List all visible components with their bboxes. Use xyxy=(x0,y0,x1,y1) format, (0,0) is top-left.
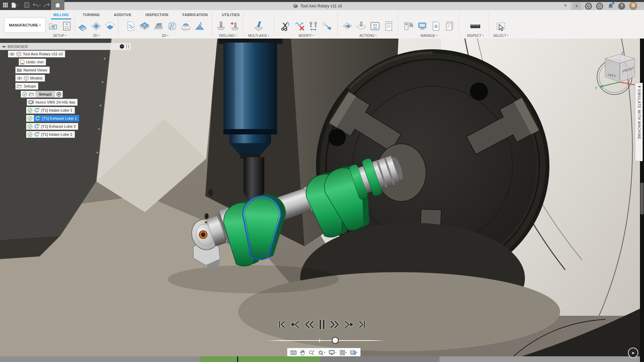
simulate-icon[interactable] xyxy=(342,20,353,32)
group-label-multiaxis[interactable]: MULTI-AXIS▾ xyxy=(247,33,270,38)
post-process-icon[interactable] xyxy=(356,20,367,32)
collapse-panel-icon[interactable]: ◀◀ xyxy=(2,45,5,48)
recent-activity-icon[interactable] xyxy=(596,3,603,10)
tree-label[interactable]: Hurco VMX 24 HSi 4ax xyxy=(36,100,75,104)
tree-label[interactable]: Named Views xyxy=(23,68,47,72)
avatar[interactable] xyxy=(629,2,637,10)
tree-row-op-intake2[interactable]: [T1] Intake Lobe 2 xyxy=(0,130,131,138)
group-label-setup[interactable]: SETUP▾ xyxy=(47,33,72,38)
tree-row-setup1[interactable]: Setup1 xyxy=(0,90,131,98)
group-label-2d[interactable]: 2D▾ xyxy=(76,33,116,38)
group-label-actions[interactable]: ACTIONS▾ xyxy=(340,33,396,38)
tab-milling[interactable]: MILLING xyxy=(46,10,76,19)
job-status-icon[interactable] xyxy=(585,3,592,10)
grid-settings-icon[interactable]: ▾ xyxy=(339,350,348,355)
step-back-button[interactable] xyxy=(304,320,314,329)
tree-row-units[interactable]: Units: mm xyxy=(0,58,131,66)
undo-icon[interactable]: ▾ xyxy=(33,1,41,9)
setup-sheet-icon[interactable] xyxy=(383,20,394,32)
3d-pocket-icon[interactable] xyxy=(153,20,164,32)
visibility-eye-icon[interactable] xyxy=(17,76,22,80)
browser-minimize-icon[interactable]: − xyxy=(120,44,124,49)
collapsed-icon[interactable] xyxy=(21,109,26,112)
scrollbar-thumb[interactable] xyxy=(640,183,644,215)
trim-toolpath-icon[interactable] xyxy=(280,20,291,32)
app-grid-icon[interactable] xyxy=(3,1,8,9)
panel-grip[interactable] xyxy=(126,44,129,49)
tree-label[interactable]: Tool Axis Rotary v11 v3 xyxy=(23,52,63,56)
visibility-eye-icon[interactable] xyxy=(9,52,15,56)
collapsed-icon[interactable] xyxy=(11,68,15,72)
active-setup-target-icon[interactable] xyxy=(56,92,61,97)
tree-label[interactable]: Setup1 xyxy=(39,92,52,96)
3d-steep-shallow-icon[interactable] xyxy=(125,20,137,32)
group-label-select[interactable]: SELECT▾ xyxy=(490,33,511,38)
tree-row-machine[interactable]: Hurco VMX 24 HSi 4ax xyxy=(0,98,131,106)
3d-adaptive-icon[interactable] xyxy=(139,20,150,32)
linking-icon[interactable] xyxy=(321,20,333,32)
display-settings-icon[interactable]: ▾ xyxy=(328,350,338,355)
save-icon[interactable] xyxy=(24,1,30,9)
notifications-bell-icon[interactable] xyxy=(607,3,614,10)
fit-view-icon[interactable]: ▾ xyxy=(317,350,326,356)
next-operation-button[interactable] xyxy=(344,320,354,329)
drill-new-hole-icon[interactable] xyxy=(229,20,240,32)
go-to-start-button[interactable] xyxy=(277,320,286,329)
3d-parallel-icon[interactable] xyxy=(166,20,178,32)
3d-scallop-icon[interactable] xyxy=(180,20,192,32)
tool-change-icon[interactable] xyxy=(308,20,319,32)
previous-operation-button[interactable] xyxy=(290,320,300,329)
timeline-slider-handle[interactable] xyxy=(332,337,339,344)
expanded-icon[interactable] xyxy=(16,93,21,96)
multi-axis-swarf-icon[interactable] xyxy=(253,20,264,32)
help-icon[interactable]: ? xyxy=(618,3,625,10)
group-label-manage[interactable]: MANAGE▾ xyxy=(401,33,457,38)
tree-label[interactable]: Models xyxy=(30,76,43,80)
new-nc-program-icon[interactable]: G xyxy=(61,20,72,32)
tree-row-setups[interactable]: Setups xyxy=(0,82,131,90)
close-tab-icon[interactable]: × xyxy=(564,2,567,8)
tab-inspection[interactable]: INSPECTION xyxy=(139,10,175,19)
tree-label[interactable]: [T1] Intake Lobe 2 xyxy=(41,132,72,136)
tree-label[interactable]: Units: mm xyxy=(26,60,44,64)
group-label-drilling[interactable]: DRILLING▾ xyxy=(215,33,241,38)
new-setup-icon[interactable] xyxy=(47,20,59,32)
file-menu-icon[interactable]: ▾ xyxy=(11,1,18,9)
2d-contour-icon[interactable] xyxy=(104,20,116,32)
step-forward-button[interactable] xyxy=(330,320,340,329)
tab-additive[interactable]: ADDITIVE xyxy=(107,10,139,19)
tree-row-op-intake1[interactable]: [T1] Intake Lobe 1 xyxy=(0,106,131,114)
group-label-modify[interactable]: MODIFY▾ xyxy=(277,33,335,38)
tool-library-icon[interactable] xyxy=(403,20,414,32)
viewports-icon[interactable]: ▾ xyxy=(349,350,359,355)
zoom-icon[interactable] xyxy=(308,350,316,356)
3d-spiral-icon[interactable] xyxy=(194,20,205,32)
tree-row-op-exhaust1-selected[interactable]: [T1] Exhaust Lobe 1 xyxy=(0,114,131,122)
simulation-timeline-track[interactable] xyxy=(267,340,386,341)
tree-row-models[interactable]: Models xyxy=(0,74,131,82)
workspace-switcher-button[interactable]: MANUFACTURE ▾ xyxy=(4,17,46,33)
measure-ruler-icon[interactable] xyxy=(470,20,481,32)
2d-pocket-icon[interactable] xyxy=(91,20,102,32)
collapsed-icon[interactable] xyxy=(21,125,26,128)
machine-library-icon[interactable] xyxy=(417,20,428,32)
tab-utilities[interactable]: UTILITIES xyxy=(215,10,247,19)
pause-button[interactable] xyxy=(319,319,325,329)
collapsed-icon[interactable] xyxy=(11,76,15,80)
collapsed-icon[interactable] xyxy=(21,117,26,120)
tree-label[interactable]: [T1] Exhaust Lobe 2 xyxy=(41,124,76,128)
simulation-progress-bar[interactable] xyxy=(0,356,640,362)
delete-passes-icon[interactable] xyxy=(294,20,305,32)
tree-label[interactable]: [T1] Intake Lobe 1 xyxy=(41,108,72,112)
pan-hand-icon[interactable] xyxy=(299,350,306,356)
document-tab[interactable]: Tool Axis Rotary v11 v3 × xyxy=(64,2,570,10)
2d-adaptive-icon[interactable] xyxy=(77,20,88,32)
tree-row-op-exhaust2[interactable]: [T1] Exhaust Lobe 2 xyxy=(0,122,131,130)
tree-row-root[interactable]: Tool Axis Rotary v11 v3 xyxy=(0,50,131,58)
simulate-with-machine-tab[interactable]: ◀◀ SIMULATE WITH MACHINE xyxy=(635,83,643,161)
expanded-icon[interactable] xyxy=(3,52,8,56)
home-tab[interactable] xyxy=(51,0,64,10)
new-tab-button[interactable]: + xyxy=(572,2,581,10)
tree-row-named-views[interactable]: Named Views xyxy=(0,66,131,74)
named-views-icon[interactable] xyxy=(289,350,298,355)
